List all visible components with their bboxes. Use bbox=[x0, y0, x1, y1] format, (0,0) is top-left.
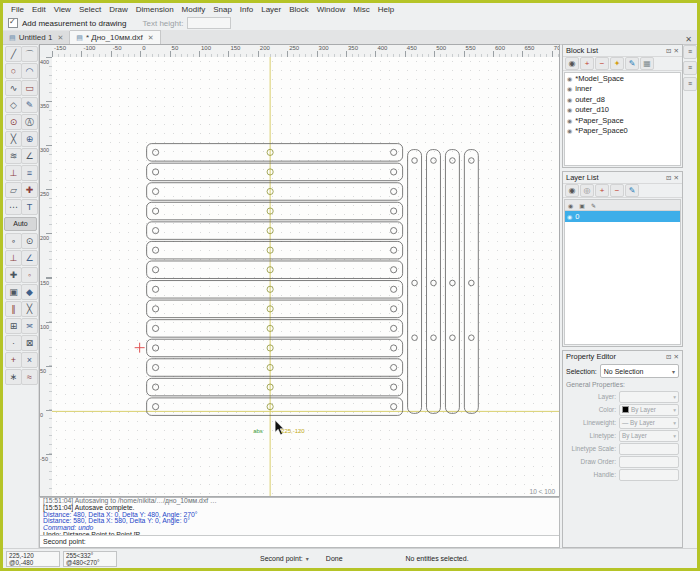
menu-snap[interactable]: Snap bbox=[209, 4, 236, 15]
menu-window[interactable]: Window bbox=[313, 4, 349, 15]
tool-button[interactable]: ⊥ bbox=[5, 165, 22, 181]
tool-button[interactable]: ⊙ bbox=[5, 114, 22, 130]
snap-tool-button[interactable]: ╳ bbox=[21, 301, 38, 317]
property-handle-control[interactable] bbox=[619, 469, 679, 481]
remove-block-icon[interactable]: − bbox=[595, 57, 609, 70]
remove-layer-icon[interactable]: − bbox=[610, 184, 624, 197]
visibility-icon[interactable]: ◉ bbox=[567, 85, 572, 92]
tool-button[interactable]: Ⓐ bbox=[21, 114, 38, 130]
property-layer-control[interactable]: ▾ bbox=[619, 391, 679, 403]
visibility-icon[interactable]: ◉ bbox=[567, 213, 572, 220]
tool-button[interactable]: ◠ bbox=[21, 63, 38, 79]
snap-tool-button[interactable]: ≈ bbox=[21, 369, 38, 385]
tab-close-icon[interactable]: ✕ bbox=[148, 34, 154, 42]
tool-button[interactable]: ╳ bbox=[5, 131, 22, 147]
block-row[interactable]: ◉outer_d8 bbox=[565, 94, 680, 105]
dock-toggle-button[interactable]: ≡ bbox=[683, 61, 697, 75]
tool-button[interactable]: ⊕ bbox=[21, 131, 38, 147]
snap-tool-button[interactable]: ∠ bbox=[21, 250, 38, 266]
layer-row[interactable]: ◉0 bbox=[565, 211, 680, 222]
toggle-block-visibility-icon[interactable]: ◉ bbox=[565, 57, 579, 70]
snap-tool-button[interactable]: · bbox=[5, 335, 22, 351]
snap-tool-button[interactable]: ▣ bbox=[5, 284, 22, 300]
property-lineweight-control[interactable]: — By Layer▾ bbox=[619, 417, 679, 429]
text-height-input[interactable] bbox=[187, 17, 231, 29]
menu-modify[interactable]: Modify bbox=[178, 4, 210, 15]
tool-button[interactable]: ≋ bbox=[5, 148, 22, 164]
menu-file[interactable]: File bbox=[7, 4, 28, 15]
menu-edit[interactable]: Edit bbox=[28, 4, 50, 15]
float-panel-icon[interactable]: ⊡ bbox=[666, 47, 671, 55]
hide-all-layers-icon[interactable]: ◎ bbox=[580, 184, 594, 197]
snap-tool-button[interactable]: × bbox=[21, 352, 38, 368]
document-tab[interactable]: ▤* Дно_10мм.dxf✕ bbox=[70, 30, 160, 44]
menu-misc[interactable]: Misc bbox=[349, 4, 373, 15]
tool-button[interactable]: ⋯ bbox=[5, 199, 22, 215]
tool-button[interactable]: ✚ bbox=[21, 182, 38, 198]
dock-toggle-button[interactable]: ≡ bbox=[683, 45, 697, 59]
snap-tool-button[interactable]: ∥ bbox=[5, 301, 22, 317]
block-row[interactable]: ◉*Paper_Space0 bbox=[565, 126, 680, 137]
block-row[interactable]: ◉outer_d10 bbox=[565, 105, 680, 116]
visibility-icon[interactable]: ◉ bbox=[567, 127, 572, 134]
insert-block-icon[interactable]: ✦ bbox=[610, 57, 624, 70]
menu-block[interactable]: Block bbox=[285, 4, 313, 15]
menu-dimension[interactable]: Dimension bbox=[132, 4, 178, 15]
snap-tool-button[interactable]: ⊥ bbox=[5, 250, 22, 266]
save-block-icon[interactable]: ▦ bbox=[640, 57, 654, 70]
close-panel-icon[interactable]: ✕ bbox=[674, 353, 679, 361]
dock-toggle-button[interactable]: ≡ bbox=[683, 77, 697, 91]
snap-tool-button[interactable]: ✚ bbox=[5, 267, 22, 283]
tool-button[interactable]: ◇ bbox=[5, 97, 22, 113]
edit-layer-icon[interactable]: ✎ bbox=[625, 184, 639, 197]
property-color-control[interactable]: By Layer▾ bbox=[619, 404, 679, 416]
snap-tool-button[interactable]: ◦ bbox=[21, 267, 38, 283]
menu-view[interactable]: View bbox=[50, 4, 75, 15]
property-linetypescale-control[interactable] bbox=[619, 443, 679, 455]
visibility-icon[interactable]: ◉ bbox=[567, 117, 572, 124]
snap-tool-button[interactable]: ∗ bbox=[5, 369, 22, 385]
show-all-layers-icon[interactable]: ◉ bbox=[565, 184, 579, 197]
snap-tool-button[interactable]: + bbox=[5, 352, 22, 368]
snap-tool-button[interactable]: ∘ bbox=[5, 233, 22, 249]
drawing-canvas[interactable]: abs225,-120 10 < 100 bbox=[52, 57, 559, 496]
tool-button[interactable]: T bbox=[21, 199, 38, 215]
selection-combobox[interactable]: No Selection ▾ bbox=[600, 364, 679, 378]
visibility-icon[interactable]: ◉ bbox=[567, 106, 572, 113]
document-tab[interactable]: ▤Untitled 1✕ bbox=[3, 31, 70, 44]
snap-tool-button[interactable]: ⊞ bbox=[5, 318, 22, 334]
tab-close-icon[interactable]: ✕ bbox=[57, 34, 63, 42]
float-panel-icon[interactable]: ⊡ bbox=[666, 353, 671, 361]
add-layer-icon[interactable]: + bbox=[595, 184, 609, 197]
property-draworder-control[interactable] bbox=[619, 456, 679, 468]
snap-tool-button[interactable]: ⊠ bbox=[21, 335, 38, 351]
tool-button[interactable]: ╱ bbox=[5, 46, 22, 62]
menu-help[interactable]: Help bbox=[374, 4, 398, 15]
auto-snap-button[interactable]: Auto bbox=[4, 217, 37, 231]
block-row[interactable]: ◉*Model_Space bbox=[565, 73, 680, 84]
block-row[interactable]: ◉inner bbox=[565, 84, 680, 95]
snap-tool-button[interactable]: ⊙ bbox=[21, 233, 38, 249]
property-linetype-control[interactable]: By Layer▾ bbox=[619, 430, 679, 442]
menu-layer[interactable]: Layer bbox=[257, 4, 285, 15]
add-block-icon[interactable]: + bbox=[580, 57, 594, 70]
float-panel-icon[interactable]: ⊡ bbox=[666, 174, 671, 182]
edit-block-icon[interactable]: ✎ bbox=[625, 57, 639, 70]
close-panel-icon[interactable]: ✕ bbox=[674, 174, 679, 182]
tool-button[interactable]: ▱ bbox=[5, 182, 22, 198]
block-row[interactable]: ◉*Paper_Space bbox=[565, 115, 680, 126]
tool-button[interactable]: ∠ bbox=[21, 148, 38, 164]
command-input[interactable]: Second point: bbox=[40, 535, 559, 547]
close-panel-icon[interactable]: ✕ bbox=[674, 47, 679, 55]
visibility-icon[interactable]: ◉ bbox=[567, 75, 572, 82]
menu-draw[interactable]: Draw bbox=[105, 4, 132, 15]
menu-info[interactable]: Info bbox=[236, 4, 257, 15]
tool-button[interactable]: ▭ bbox=[21, 80, 38, 96]
tool-button[interactable]: ○ bbox=[5, 63, 22, 79]
add-measurement-checkbox[interactable] bbox=[8, 18, 18, 28]
tool-button[interactable]: ∿ bbox=[5, 80, 22, 96]
tool-button[interactable]: ≡ bbox=[21, 165, 38, 181]
menu-select[interactable]: Select bbox=[75, 4, 105, 15]
close-document-icon[interactable]: ✕ bbox=[680, 35, 697, 44]
snap-tool-button[interactable]: ≍ bbox=[21, 318, 38, 334]
